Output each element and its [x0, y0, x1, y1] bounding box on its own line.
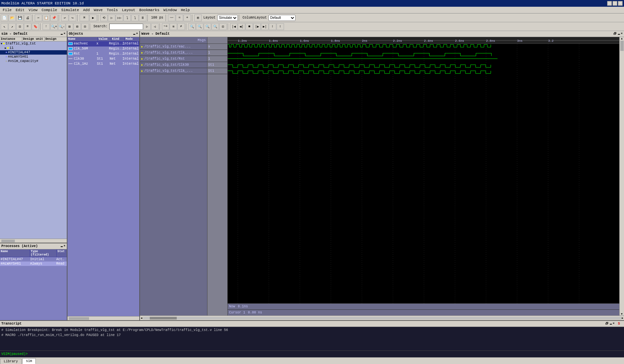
proc-row-1[interactable]: #ALWAYS#61 Always Read	[0, 262, 67, 266]
menu-item-compile[interactable]: Compile	[39, 7, 59, 13]
zoom-out-btn[interactable]: 🔍-	[58, 23, 65, 30]
search-go[interactable]: ▷	[143, 23, 151, 30]
wave-nav-2[interactable]: ◀|	[238, 23, 245, 30]
tb2-3[interactable]: ⊡	[16, 23, 24, 30]
zoom-4[interactable]: 🔍	[211, 23, 219, 30]
print-btn[interactable]: 🖨	[24, 14, 31, 21]
wave-nav-6[interactable]: ↕	[269, 23, 276, 30]
save-btn[interactable]: 💾	[16, 14, 24, 21]
undo-btn[interactable]: ↩	[61, 14, 68, 21]
cut-btn[interactable]: ✂	[35, 14, 42, 21]
menu-item-simulate[interactable]: Simulate	[59, 7, 81, 13]
hscroll-track[interactable]	[143, 317, 621, 320]
tree-item-3[interactable]: ● #ALWAYS#61	[0, 55, 67, 59]
wave-nav-3[interactable]: ■	[246, 23, 253, 30]
columnlayout-select[interactable]: Default	[268, 15, 295, 21]
hscroll-thumb[interactable]	[1, 240, 15, 242]
tree-item-1[interactable]: ▶ ■ i1	[0, 46, 67, 50]
cursor-btn[interactable]: ↑	[42, 23, 50, 30]
menu-item-file[interactable]: File	[1, 7, 13, 13]
tab-sim[interactable]: sim	[22, 358, 36, 364]
sig-btn3[interactable]: ≠	[177, 23, 185, 30]
transcript-minimize[interactable]: 🗕	[609, 322, 612, 326]
wave-btn[interactable]: 〰	[168, 14, 175, 21]
proc-close[interactable]: ×	[64, 244, 65, 248]
tb2-6[interactable]: ⊞	[74, 23, 81, 30]
paste-btn[interactable]: 📌	[50, 14, 58, 21]
sig-row-4[interactable]: ▶ /traffic_vlg_tst/Clk_...	[140, 68, 207, 74]
tb2-1[interactable]: ↖	[1, 23, 8, 30]
menu-item-view[interactable]: View	[27, 7, 39, 13]
menu-item-add[interactable]: Add	[81, 7, 92, 13]
menu-item-help[interactable]: Help	[179, 7, 192, 13]
zoom-3[interactable]: 🔍	[204, 23, 211, 30]
proc-row-0[interactable]: #INITIAL#47 Initial Activ	[0, 257, 67, 262]
wave-float[interactable]: 🗗	[614, 32, 617, 36]
wave-nav-4[interactable]: |▶	[253, 23, 261, 30]
zoom-2[interactable]: 🔍	[196, 23, 203, 30]
open-btn[interactable]: 📂	[8, 14, 16, 21]
menu-item-tools[interactable]: Tools	[105, 7, 120, 13]
menu-item-edit[interactable]: Edit	[13, 7, 26, 13]
zoom-in-btn[interactable]: 🔍+	[50, 23, 58, 30]
obj-row-0[interactable]: eachvec x Regis... Internal	[67, 41, 139, 47]
run-btn[interactable]: ▷	[108, 14, 115, 21]
restart-btn[interactable]: ⟲	[100, 14, 108, 21]
search-input[interactable]	[109, 24, 143, 30]
close-button[interactable]: ×	[618, 1, 623, 6]
step-over-btn[interactable]: ⤵	[131, 14, 139, 21]
vscroll-track[interactable]	[620, 40, 624, 312]
obj-row-2[interactable]: Rst 1 Regis... Internal	[67, 52, 139, 57]
wave-nav-7[interactable]: ↕	[277, 23, 284, 30]
menu-item-layout[interactable]: Layout	[120, 7, 137, 13]
instance-minimize[interactable]: 🗕	[60, 32, 63, 36]
tb2-5[interactable]: 🔖	[32, 23, 39, 30]
wave-nav-5[interactable]: ▶|	[261, 23, 268, 30]
wave-minimize[interactable]: 🗕	[617, 32, 620, 36]
minimize-button[interactable]: —	[607, 1, 612, 6]
transcript-input[interactable]	[29, 352, 623, 356]
tb2-4[interactable]: ≡	[24, 23, 31, 30]
tab-library[interactable]: Library	[0, 359, 22, 364]
transcript-close[interactable]: ×	[613, 322, 615, 326]
compile-btn[interactable]: M	[80, 14, 89, 21]
tb2-7[interactable]: ⊟	[81, 23, 89, 30]
vscroll-down[interactable]: ▼	[620, 312, 624, 315]
wave2-btn[interactable]: ≈	[176, 14, 183, 21]
search-prev[interactable]: ◁	[151, 23, 159, 30]
hscroll-left[interactable]: ◀	[140, 316, 143, 320]
sig-btn2[interactable]: ≋	[170, 23, 177, 30]
obj-hscroll-thumb[interactable]	[69, 317, 89, 320]
sig-row-1[interactable]: ▶ /traffic_vlg_tst/Clk_...	[140, 50, 207, 56]
obj-row-3[interactable]: Clk30 St1 Net Internal	[67, 57, 139, 62]
obj-row-4[interactable]: Clk_1Hz St1 Net Internal	[67, 62, 139, 67]
run-all-btn[interactable]: ▷▷	[116, 14, 123, 21]
sig-row-3[interactable]: ▶ /traffic_vlg_tst/Clk30	[140, 62, 207, 68]
menu-item-wave[interactable]: Wave	[92, 7, 105, 13]
hscroll-right[interactable]: ▶	[621, 316, 624, 320]
wave-close[interactable]: ×	[621, 32, 623, 36]
layout-btn[interactable]: ⊞	[194, 14, 202, 21]
maximize-button[interactable]: □	[613, 1, 617, 6]
wave-vscroll[interactable]: ▲ ▼	[619, 37, 624, 315]
sig-row-0[interactable]: ▶ /traffic_vlg_tst/eac...	[140, 44, 207, 50]
menu-item-bookmarks[interactable]: Bookmarks	[137, 7, 161, 13]
copy-btn[interactable]: 📋	[42, 14, 50, 21]
wave-nav-1[interactable]: |◀	[230, 23, 237, 30]
add-sig-btn[interactable]: +	[183, 14, 191, 21]
tree-item-2[interactable]: ● #INITIAL#47	[0, 50, 67, 55]
tree-item-4[interactable]: ◆ #vsim_capacity#	[0, 59, 67, 63]
obj-close[interactable]: ×	[136, 32, 138, 36]
obj-minimize[interactable]: 🗕	[133, 32, 136, 36]
new-btn[interactable]: 📄	[1, 14, 8, 21]
tree-item-0[interactable]: ▼ ■ traffic_vlg_tst	[0, 41, 67, 46]
zoom-5[interactable]: ⊡	[219, 23, 227, 30]
proc-minimize[interactable]: 🗕	[60, 244, 63, 248]
instance-close[interactable]: ×	[64, 32, 65, 36]
vscroll-up[interactable]: ▲	[620, 37, 624, 40]
zoom-fit-btn[interactable]: ⊠	[66, 23, 73, 30]
wave-hscroll[interactable]: ◀ ▶	[140, 315, 624, 320]
tb2-2[interactable]: ↗	[8, 23, 16, 30]
step-btn[interactable]: ⤵	[123, 14, 131, 21]
add-wave-btn[interactable]: ~+	[162, 23, 169, 30]
